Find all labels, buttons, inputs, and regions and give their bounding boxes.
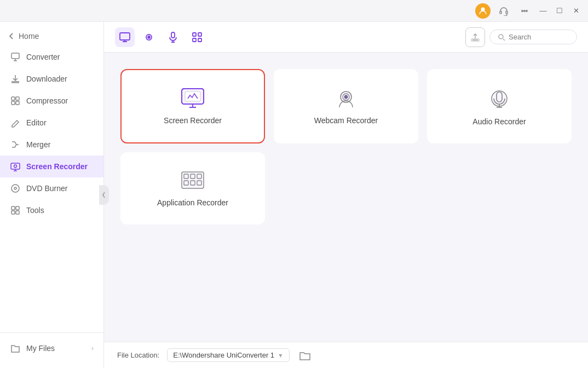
sidebar: Home Converter Downloader [0,22,104,368]
user-avatar[interactable] [475,3,491,19]
converter-icon [10,51,21,62]
svg-rect-1 [500,11,501,14]
sidebar-item-compressor[interactable]: Compressor [0,90,103,112]
svg-point-12 [14,165,17,168]
bottom-bar: File Location: E:\Wondershare UniConvert… [104,342,588,368]
svg-point-21 [148,36,150,38]
collapse-sidebar-button[interactable] [99,185,109,205]
svg-point-28 [499,34,503,39]
application-recorder-card-label: Application Recorder [157,198,228,207]
card-screen-recorder[interactable]: Screen Recorder [120,69,265,143]
sidebar-item-editor[interactable]: Editor [0,112,103,134]
converter-label: Converter [26,53,60,61]
sidebar-home[interactable]: Home [0,26,103,46]
back-icon [8,32,15,40]
search-icon [498,33,505,41]
svg-point-5 [526,10,527,11]
svg-rect-19 [120,33,130,40]
webcam-recorder-card-label: Webcam Recorder [314,116,378,125]
dropdown-icon: ▼ [278,352,284,359]
maximize-button[interactable]: ☐ [554,5,565,16]
sidebar-bottom: My Files › [0,332,103,364]
svg-line-29 [503,39,505,41]
svg-rect-2 [506,11,508,14]
tools-icon [10,205,21,216]
svg-rect-11 [11,163,20,169]
compressor-label: Compressor [26,96,68,105]
audio-recorder-card-label: Audio Recorder [472,117,526,126]
sidebar-item-my-files[interactable]: My Files › [0,337,103,359]
tools-label: Tools [26,206,44,215]
minimize-button[interactable]: — [538,5,549,16]
my-files-left: My Files [10,343,55,354]
dvd-burner-icon [10,183,21,194]
downloader-icon [10,73,21,84]
search-box[interactable] [489,30,577,44]
svg-point-35 [345,96,348,99]
my-files-label: My Files [26,344,55,353]
screen-recorder-card-icon [181,88,205,110]
menu-icon[interactable] [517,3,532,19]
sidebar-item-tools[interactable]: Tools [0,199,103,221]
my-files-icon [10,343,21,354]
svg-rect-26 [198,38,201,42]
screen-recorder-label: Screen Recorder [26,162,88,171]
file-location-select[interactable]: E:\Wondershare UniConverter 1 ▼ [167,348,290,362]
tab-mic[interactable] [163,27,183,47]
svg-rect-7 [11,97,15,100]
toolbar [104,22,588,53]
file-location-value: E:\Wondershare UniConverter 1 [173,351,274,359]
application-recorder-card-icon [181,170,205,192]
compressor-icon [10,95,21,106]
sidebar-item-screen-recorder[interactable]: Screen Recorder [0,156,103,177]
editor-label: Editor [26,118,47,127]
search-input[interactable] [509,33,569,41]
folder-button[interactable] [297,348,313,363]
titlebar: — ☐ ✕ [0,0,588,22]
svg-rect-8 [16,97,19,100]
svg-rect-6 [11,53,19,59]
svg-rect-23 [193,33,196,36]
audio-recorder-card-icon [487,87,511,111]
svg-rect-24 [198,33,201,36]
screen-recorder-icon [10,161,21,172]
sidebar-item-dvd-burner[interactable]: DVD Burner [0,177,103,199]
main-content: Screen Recorder Webcam Recorder [104,22,588,368]
svg-point-3 [522,10,523,11]
svg-rect-17 [11,211,15,214]
svg-point-13 [11,185,19,192]
svg-rect-15 [11,206,15,210]
merger-icon [10,139,21,150]
cards-area: Screen Recorder Webcam Recorder [104,53,588,342]
card-webcam-recorder[interactable]: Webcam Recorder [274,69,418,143]
svg-rect-10 [16,101,19,105]
card-audio-recorder[interactable]: Audio Recorder [427,69,572,143]
upload-button[interactable] [465,27,485,47]
sidebar-item-merger[interactable]: Merger [0,134,103,156]
close-button[interactable]: ✕ [570,5,581,16]
downloader-label: Downloader [26,74,67,83]
webcam-recorder-card-icon [334,88,358,110]
svg-point-14 [14,187,16,189]
editor-icon [10,117,21,128]
dvd-burner-label: DVD Burner [26,184,67,193]
svg-rect-25 [193,38,196,42]
card-application-recorder[interactable]: Application Recorder [120,152,265,225]
svg-point-4 [524,10,525,11]
sidebar-item-converter[interactable]: Converter [0,46,103,68]
merger-label: Merger [26,140,50,149]
tab-screen[interactable] [115,27,135,47]
svg-rect-16 [16,206,19,210]
file-location-label: File Location: [117,351,159,359]
tab-apps[interactable] [187,27,207,47]
tab-record[interactable] [139,27,159,47]
svg-rect-9 [11,101,15,105]
my-files-arrow: › [91,344,94,352]
app-body: Home Converter Downloader [0,22,588,368]
svg-rect-22 [171,32,175,38]
home-label: Home [19,32,39,41]
sidebar-item-downloader[interactable]: Downloader [0,68,103,90]
svg-rect-18 [16,211,19,214]
support-icon[interactable] [496,3,511,19]
screen-recorder-card-label: Screen Recorder [164,116,222,125]
